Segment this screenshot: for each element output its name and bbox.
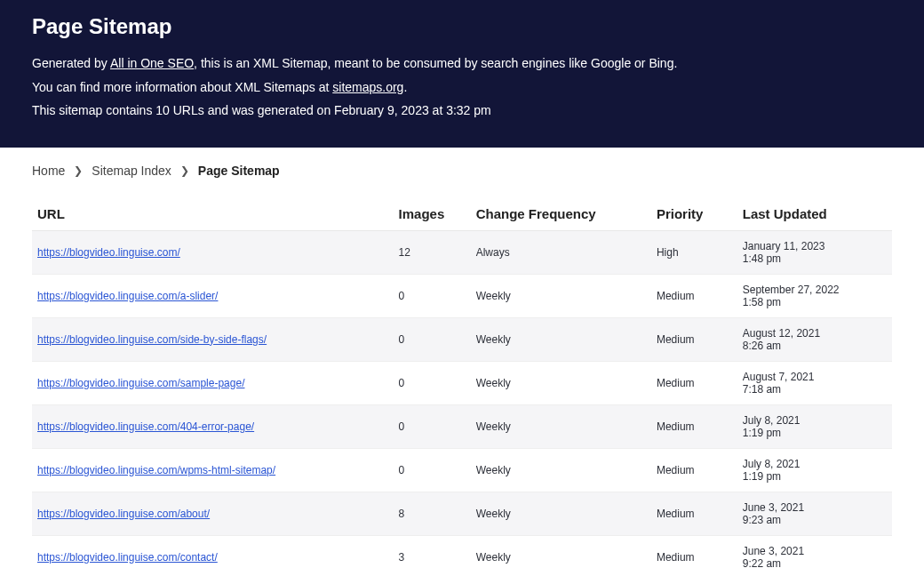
- updated-time: 8:26 am: [743, 340, 887, 352]
- updated-time: 1:48 pm: [743, 252, 887, 265]
- breadcrumb-sitemap-index[interactable]: Sitemap Index: [92, 164, 171, 178]
- updated-date: June 3, 2021: [743, 545, 887, 557]
- all-in-one-seo-link[interactable]: All in One SEO: [110, 56, 194, 70]
- table-row: https://blogvideo.linguise.com/wpms-html…: [32, 448, 892, 492]
- header-line-1: Generated by All in One SEO, this is an …: [32, 52, 892, 76]
- cell-images: 12: [394, 230, 471, 274]
- table-row: https://blogvideo.linguise.com/side-by-s…: [32, 317, 892, 361]
- breadcrumb-current: Page Sitemap: [198, 164, 280, 178]
- col-header-images: Images: [394, 197, 471, 231]
- col-header-updated: Last Updated: [737, 197, 892, 231]
- cell-priority: High: [651, 230, 737, 274]
- sitemaps-org-link[interactable]: sitemaps.org: [332, 80, 403, 94]
- updated-date: August 12, 2021: [743, 327, 887, 340]
- updated-date: June 3, 2021: [743, 501, 887, 514]
- cell-updated: June 3, 20219:23 am: [737, 492, 892, 535]
- cell-updated: August 7, 20217:18 am: [737, 361, 892, 404]
- cell-updated: July 8, 20211:19 pm: [737, 448, 892, 492]
- cell-priority: Medium: [651, 317, 737, 361]
- cell-frequency: Weekly: [471, 274, 651, 317]
- cell-url: https://blogvideo.linguise.com/about/: [32, 492, 394, 535]
- cell-priority: Medium: [651, 361, 737, 404]
- updated-time: 1:19 pm: [743, 427, 887, 439]
- table-row: https://blogvideo.linguise.com/sample-pa…: [32, 361, 892, 404]
- cell-priority: Medium: [651, 492, 737, 535]
- chevron-right-icon: ❯: [74, 164, 83, 177]
- table-row: https://blogvideo.linguise.com/a-slider/…: [32, 274, 892, 317]
- sitemap-table: URL Images Change Frequency Priority Las…: [32, 197, 892, 576]
- sitemap-url-link[interactable]: https://blogvideo.linguise.com/contact/: [37, 551, 218, 564]
- cell-updated: January 11, 20231:48 pm: [737, 230, 892, 274]
- header-line-2-suffix: .: [403, 80, 407, 94]
- header-line-1-prefix: Generated by: [32, 56, 110, 70]
- updated-time: 1:19 pm: [743, 470, 887, 483]
- cell-frequency: Weekly: [471, 535, 651, 576]
- cell-frequency: Weekly: [471, 492, 651, 535]
- cell-url: https://blogvideo.linguise.com/a-slider/: [32, 274, 394, 317]
- updated-date: July 8, 2021: [743, 414, 887, 427]
- page-header: Page Sitemap Generated by All in One SEO…: [0, 0, 924, 148]
- cell-url: https://blogvideo.linguise.com/contact/: [32, 535, 394, 576]
- updated-date: September 27, 2022: [743, 284, 887, 296]
- sitemap-url-link[interactable]: https://blogvideo.linguise.com/404-error…: [37, 420, 254, 433]
- updated-time: 7:18 am: [743, 383, 887, 396]
- cell-updated: July 8, 20211:19 pm: [737, 404, 892, 448]
- breadcrumb: Home ❯ Sitemap Index ❯ Page Sitemap: [32, 164, 892, 178]
- updated-date: January 11, 2023: [743, 240, 887, 252]
- sitemap-url-link[interactable]: https://blogvideo.linguise.com/side-by-s…: [37, 333, 267, 346]
- page-title: Page Sitemap: [32, 14, 892, 39]
- header-line-2-prefix: You can find more information about XML …: [32, 80, 332, 94]
- updated-time: 9:22 am: [743, 557, 887, 570]
- cell-updated: September 27, 20221:58 pm: [737, 274, 892, 317]
- cell-images: 8: [394, 492, 471, 535]
- cell-updated: August 12, 20218:26 am: [737, 317, 892, 361]
- cell-frequency: Weekly: [471, 448, 651, 492]
- updated-time: 9:23 am: [743, 514, 887, 526]
- cell-frequency: Always: [471, 230, 651, 274]
- updated-date: July 8, 2021: [743, 458, 887, 470]
- col-header-priority: Priority: [651, 197, 737, 231]
- table-header-row: URL Images Change Frequency Priority Las…: [32, 197, 892, 231]
- cell-url: https://blogvideo.linguise.com/404-error…: [32, 404, 394, 448]
- cell-images: 0: [394, 274, 471, 317]
- header-line-3: This sitemap contains 10 URLs and was ge…: [32, 99, 892, 123]
- cell-url: https://blogvideo.linguise.com/side-by-s…: [32, 317, 394, 361]
- table-row: https://blogvideo.linguise.com/about/8We…: [32, 492, 892, 535]
- page-content: Home ❯ Sitemap Index ❯ Page Sitemap URL …: [0, 148, 924, 576]
- breadcrumb-home[interactable]: Home: [32, 164, 65, 178]
- updated-date: August 7, 2021: [743, 371, 887, 383]
- cell-priority: Medium: [651, 404, 737, 448]
- cell-frequency: Weekly: [471, 317, 651, 361]
- cell-url: https://blogvideo.linguise.com/sample-pa…: [32, 361, 394, 404]
- cell-images: 3: [394, 535, 471, 576]
- chevron-right-icon: ❯: [180, 164, 189, 177]
- cell-images: 0: [394, 317, 471, 361]
- sitemap-url-link[interactable]: https://blogvideo.linguise.com/: [37, 246, 180, 259]
- cell-priority: Medium: [651, 448, 737, 492]
- table-row: https://blogvideo.linguise.com/12AlwaysH…: [32, 230, 892, 274]
- table-row: https://blogvideo.linguise.com/contact/3…: [32, 535, 892, 576]
- cell-priority: Medium: [651, 535, 737, 576]
- sitemap-url-link[interactable]: https://blogvideo.linguise.com/sample-pa…: [37, 377, 244, 389]
- col-header-freq: Change Frequency: [471, 197, 651, 231]
- sitemap-url-link[interactable]: https://blogvideo.linguise.com/a-slider/: [37, 290, 218, 302]
- cell-images: 0: [394, 404, 471, 448]
- cell-frequency: Weekly: [471, 404, 651, 448]
- cell-priority: Medium: [651, 274, 737, 317]
- cell-images: 0: [394, 448, 471, 492]
- cell-frequency: Weekly: [471, 361, 651, 404]
- col-header-url: URL: [32, 197, 394, 231]
- cell-images: 0: [394, 361, 471, 404]
- cell-url: https://blogvideo.linguise.com/: [32, 230, 394, 274]
- sitemap-url-link[interactable]: https://blogvideo.linguise.com/about/: [37, 508, 210, 520]
- updated-time: 1:58 pm: [743, 296, 887, 308]
- cell-updated: June 3, 20219:22 am: [737, 535, 892, 576]
- cell-url: https://blogvideo.linguise.com/wpms-html…: [32, 448, 394, 492]
- header-line-2: You can find more information about XML …: [32, 76, 892, 100]
- table-row: https://blogvideo.linguise.com/404-error…: [32, 404, 892, 448]
- sitemap-url-link[interactable]: https://blogvideo.linguise.com/wpms-html…: [37, 464, 275, 476]
- header-line-1-suffix: , this is an XML Sitemap, meant to be co…: [194, 56, 677, 70]
